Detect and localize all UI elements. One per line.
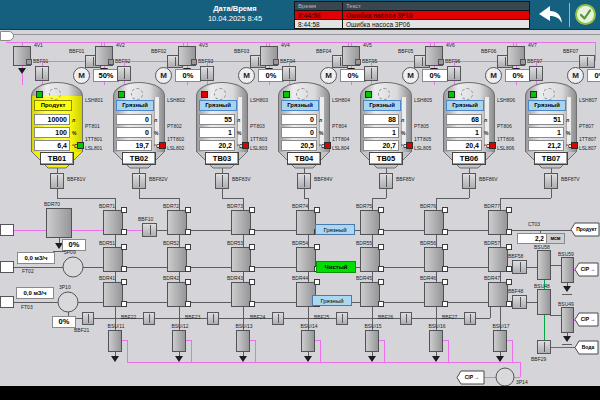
drain-valve[interactable] (400, 312, 412, 325)
grid-valve-bdr[interactable] (167, 282, 187, 307)
drain-valve[interactable] (272, 312, 284, 325)
bbf48-label: BBF48 (508, 288, 532, 294)
tank-top-valve-label: 4V4 (281, 42, 303, 48)
bdr70-label: BDR70 (44, 201, 70, 207)
tank-outlet-valve[interactable] (379, 173, 393, 189)
grid-valve-bdr[interactable] (424, 282, 444, 307)
tank-inlet-valve-label: BBF03 (234, 48, 260, 54)
bsu-valve[interactable] (493, 330, 507, 352)
alarm-ack-button[interactable] (575, 4, 596, 25)
tank-nameplate[interactable]: ТВ01 (40, 152, 74, 165)
grid-valve-bdr[interactable] (296, 210, 316, 235)
tank-nameplate[interactable]: ТВ06 (452, 152, 486, 165)
grid-valve-bdr[interactable] (103, 282, 123, 307)
grid-valve-bdr[interactable] (488, 210, 508, 235)
pump-3p10[interactable] (58, 292, 78, 312)
alarm-row-active[interactable]: 8:44:58 Ошибка насоса 3Р10 (295, 10, 529, 19)
sensor-label-pt: PT807 (579, 123, 600, 129)
bsu-valve[interactable] (429, 330, 443, 352)
tank-nameplate[interactable]: ТВ02 (122, 152, 156, 165)
drain-valve[interactable] (464, 312, 476, 325)
grid-valve-bdr[interactable] (488, 247, 508, 272)
bbf21-valve[interactable] (82, 312, 94, 325)
product-connector: Продукт (574, 223, 599, 236)
bsu59-valve[interactable] (561, 257, 574, 283)
tank-outlet-valve[interactable] (462, 173, 476, 189)
tank-outlet-valve[interactable] (544, 173, 558, 189)
agitator-motor[interactable]: M (485, 67, 502, 84)
drain-valve[interactable] (336, 312, 348, 325)
grid-valve-bdr[interactable] (296, 247, 316, 272)
tank-side-valve[interactable] (117, 66, 131, 81)
tank-side-valve[interactable] (529, 66, 543, 81)
tank-side-valve[interactable] (35, 66, 49, 81)
alarm-text: Ошибка насоса 3Р06 (343, 20, 529, 28)
bsu-valve-label: BSU/12 (165, 323, 195, 329)
sensor-label-lsh: LSH801 (85, 97, 111, 103)
drain-valve[interactable] (207, 312, 219, 325)
tank-media-label: Грязный (528, 100, 566, 111)
tank-percent-unit: % (154, 130, 164, 136)
bdr70-valve[interactable] (46, 208, 72, 238)
bsu-valve-label: BSU/14 (294, 323, 324, 329)
bottom-black-bar (0, 386, 600, 400)
grid-valve-bdr[interactable] (360, 247, 380, 272)
tank-outlet-valve[interactable] (215, 173, 229, 189)
pump-3p09[interactable] (63, 257, 83, 277)
grid-valve-bdr[interactable] (103, 210, 123, 235)
tank-nameplate[interactable]: ТВ07 (534, 152, 568, 165)
grid-valve-bdr[interactable] (167, 247, 187, 272)
grid-valve-bdr[interactable] (103, 247, 123, 272)
tank-top-valve-label: 4V2 (116, 42, 138, 48)
tank-percent-display: 0 (116, 127, 152, 138)
bbf29-valve[interactable] (537, 340, 551, 354)
bbf58-valve[interactable] (512, 260, 527, 274)
bsu-valve[interactable] (301, 330, 315, 352)
bbf48-valve[interactable] (512, 295, 527, 309)
tank-nameplate[interactable]: ТВ05 (369, 152, 403, 165)
bsu48-valve[interactable] (537, 289, 551, 315)
tank-outlet-valve[interactable] (132, 173, 146, 189)
grid-valve-bdr[interactable] (231, 210, 251, 235)
bsu-valve[interactable] (172, 330, 186, 352)
tank-nameplate[interactable]: ТВ03 (205, 152, 239, 165)
tank-volume-unit: л (566, 117, 576, 123)
bsu-valve[interactable] (365, 330, 379, 352)
grid-valve-port (378, 279, 384, 285)
grid-valve-bdr[interactable] (167, 210, 187, 235)
agitator-motor[interactable]: M (402, 67, 419, 84)
tank-side-valve[interactable] (447, 66, 461, 81)
agitator-motor[interactable]: M (567, 67, 584, 84)
grid-valve-bdr[interactable] (360, 282, 380, 307)
bbf10-valve[interactable] (142, 223, 157, 237)
grid-valve-bdr[interactable] (231, 247, 251, 272)
alarm-row[interactable]: 8:44:58 Ошибка насоса 3Р06 (295, 19, 529, 28)
grid-valve-bdr[interactable] (360, 210, 380, 235)
bsu49-valve[interactable] (561, 307, 574, 333)
tank-volume-display: 88 (363, 114, 399, 125)
grid-valve-bdr[interactable] (424, 210, 444, 235)
agitator-motor[interactable]: M (155, 67, 172, 84)
grid-valve-bdr[interactable] (424, 247, 444, 272)
tank-side-valve-label: BBF96 (445, 58, 471, 64)
tank-outlet-valve[interactable] (50, 173, 64, 189)
agitator-motor[interactable]: M (238, 67, 255, 84)
back-button[interactable] (534, 4, 564, 26)
drain-valve[interactable] (143, 312, 155, 325)
grid-valve-bdr[interactable] (231, 282, 251, 307)
tank-outlet-valve[interactable] (297, 173, 311, 189)
bsu-valve[interactable] (236, 330, 250, 352)
tank-nameplate[interactable]: ТВ04 (287, 152, 321, 165)
tank-side-valve[interactable] (200, 66, 214, 81)
tank-outlet-valve-label: BBF85V (396, 176, 424, 182)
grid-valve-bdr[interactable] (488, 282, 508, 307)
bsu-valve[interactable] (108, 330, 122, 352)
agitator-motor[interactable]: M (73, 67, 90, 84)
agitator-motor[interactable]: M (320, 67, 337, 84)
bsu58-valve[interactable] (537, 250, 551, 280)
tank-side-valve[interactable] (364, 66, 378, 81)
pump14-label: 3P14 (516, 379, 536, 385)
tank-side-valve[interactable] (282, 66, 296, 81)
pump-3p14[interactable] (496, 368, 514, 386)
tank-inlet-valve[interactable] (579, 55, 595, 68)
